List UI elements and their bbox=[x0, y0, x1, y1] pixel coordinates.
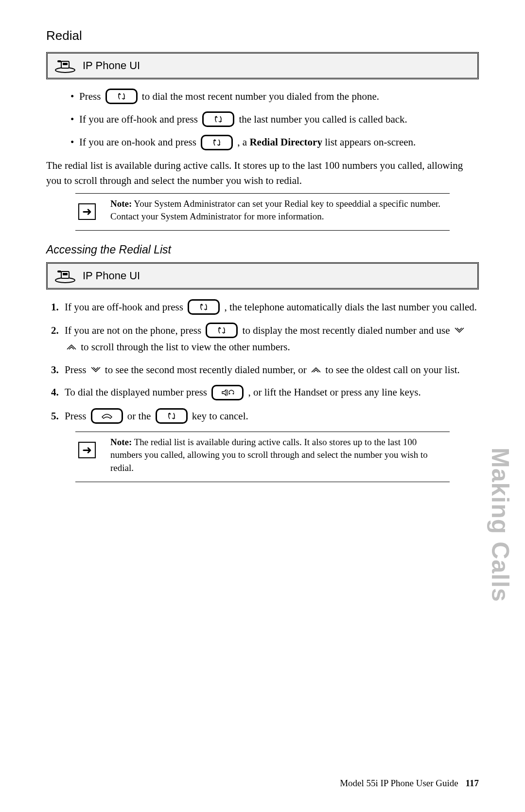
list-item: If you are off-hook and press the last n… bbox=[70, 112, 479, 128]
list-item: If you are off-hook and press , the tele… bbox=[51, 299, 479, 316]
text: To dial the displayed number press bbox=[65, 386, 210, 398]
text: Press bbox=[65, 364, 89, 376]
svg-rect-3 bbox=[63, 63, 68, 65]
page-footer: Model 55i IP Phone User Guide 117 bbox=[340, 778, 479, 789]
redial-key-icon bbox=[201, 135, 233, 150]
redial-key-icon bbox=[202, 111, 234, 127]
ip-phone-ui-box: IP Phone UI bbox=[46, 52, 479, 79]
section-heading: Accessing the Redial List bbox=[46, 243, 479, 256]
note-text: Note: Your System Administrator can set … bbox=[110, 198, 450, 223]
numbered-steps: If you are off-hook and press , the tele… bbox=[46, 299, 479, 425]
text: to see the second most recently dialed n… bbox=[105, 364, 309, 376]
svg-rect-6 bbox=[57, 271, 61, 272]
note-lead: Note: bbox=[110, 198, 132, 209]
speaker-headset-key-icon bbox=[211, 385, 244, 400]
text: , a bbox=[237, 136, 249, 148]
up-arrow-icon bbox=[66, 343, 77, 350]
phone-device-icon bbox=[54, 58, 76, 73]
list-item: Press or the key to cancel. bbox=[51, 408, 479, 425]
text: Press bbox=[65, 410, 89, 422]
svg-point-9 bbox=[229, 393, 230, 394]
text: , the telephone automatically dials the … bbox=[224, 301, 477, 313]
redial-key-icon bbox=[105, 89, 138, 104]
footer-text: Model 55i IP Phone User Guide bbox=[340, 778, 458, 788]
note-lead: Note: bbox=[110, 437, 132, 447]
text: the last number you called is called bac… bbox=[239, 113, 407, 125]
redial-key-icon bbox=[206, 323, 238, 338]
side-tab-label: Making Calls bbox=[486, 448, 514, 602]
svg-point-10 bbox=[233, 393, 234, 394]
redial-key-icon bbox=[156, 408, 188, 424]
ip-phone-ui-label: IP Phone UI bbox=[83, 59, 140, 72]
text: to scroll through the list to view the o… bbox=[81, 341, 290, 353]
note-block: ➜ Note: The redial list is available dur… bbox=[75, 432, 450, 482]
text: If you are on-hook and press bbox=[79, 136, 199, 148]
list-item: Press to see the second most recently di… bbox=[51, 362, 479, 378]
text: or the bbox=[127, 410, 154, 422]
page-title: Redial bbox=[46, 28, 479, 43]
text: to see the oldest call on your list. bbox=[325, 364, 459, 376]
list-item: To dial the displayed number press , or … bbox=[51, 384, 479, 401]
down-arrow-icon bbox=[454, 327, 465, 334]
bullet-list: Press to dial the most recent number you… bbox=[46, 89, 479, 151]
text: , or lift the Handset or press any line … bbox=[248, 386, 421, 398]
ip-phone-ui-box: IP Phone UI bbox=[46, 262, 479, 289]
up-arrow-icon bbox=[311, 366, 321, 373]
text: key to cancel. bbox=[192, 410, 248, 422]
text: list appears on-screen. bbox=[322, 136, 416, 148]
redial-key-icon bbox=[188, 299, 220, 315]
text: If you are off-hook and press bbox=[79, 113, 200, 125]
note-body: Your System Administrator can set your R… bbox=[110, 198, 440, 222]
goodbye-key-icon bbox=[91, 408, 123, 424]
note-block: ➜ Note: Your System Administrator can se… bbox=[75, 193, 450, 231]
text: If you are not on the phone, press bbox=[65, 325, 204, 336]
ip-phone-ui-label: IP Phone UI bbox=[83, 270, 140, 282]
list-item: If you are not on the phone, press to di… bbox=[51, 323, 479, 355]
text: Press bbox=[79, 90, 104, 102]
note-text: Note: The redial list is available durin… bbox=[110, 436, 450, 475]
phone-device-icon bbox=[54, 269, 76, 283]
text-bold: Redial Directory bbox=[249, 136, 322, 148]
text: If you are off-hook and press bbox=[65, 301, 186, 313]
svg-rect-2 bbox=[57, 60, 61, 62]
note-body: The redial list is available during acti… bbox=[110, 437, 428, 473]
text: to display the most recently dialed numb… bbox=[243, 325, 453, 336]
note-arrow-icon: ➜ bbox=[78, 203, 96, 220]
down-arrow-icon bbox=[90, 366, 101, 373]
body-paragraph: The redial list is available during acti… bbox=[46, 158, 479, 188]
note-arrow-icon: ➜ bbox=[78, 442, 96, 458]
list-item: Press to dial the most recent number you… bbox=[70, 89, 479, 105]
svg-rect-7 bbox=[63, 273, 68, 275]
text: to dial the most recent number you diale… bbox=[142, 90, 379, 102]
page-number: 117 bbox=[466, 778, 479, 788]
list-item: If you are on-hook and press , a Redial … bbox=[70, 135, 479, 151]
